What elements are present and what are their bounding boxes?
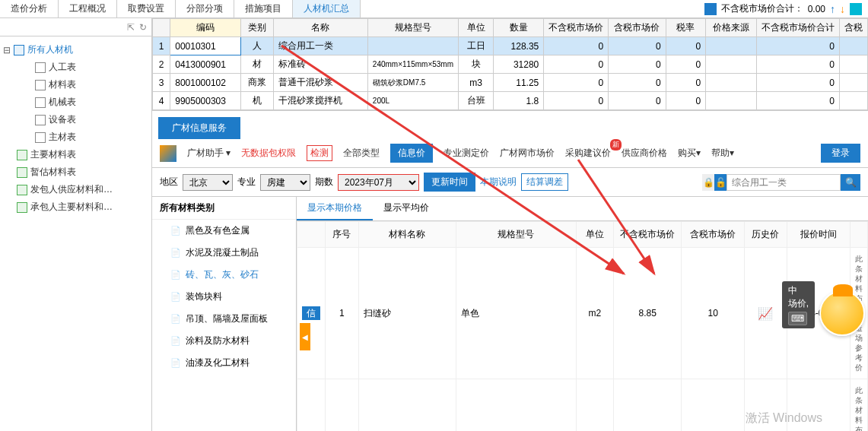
svc-market-price[interactable]: 广材网市场价: [500, 147, 555, 160]
tab-lmm-summary[interactable]: 人材机汇总: [293, 0, 361, 17]
tree-contractor-materials[interactable]: 承包人主要材料和…: [3, 198, 148, 216]
left-tree-pane: ⇱ ↻ ⊟所有人材机 人工表 材料表 机械表 设备表 主材表 主要材料表 暂估材…: [0, 18, 152, 431]
grid-row[interactable]: 38001000102商浆普通干混砂浆砌筑砂浆DM7.5m311.250000: [153, 74, 868, 92]
search-input[interactable]: [727, 174, 841, 191]
assistant-link[interactable]: 广材助手 ▾: [187, 147, 231, 160]
top-tab-bar: 造价分析 工程概况 取费设置 分部分项 措施项目 人材机汇总 不含税市场价合计：…: [0, 0, 868, 18]
tree-labor[interactable]: 人工表: [3, 59, 148, 76]
area-label: 地区: [160, 176, 178, 189]
major-select[interactable]: 房建: [260, 174, 310, 191]
service-tab[interactable]: 广材信息服务: [158, 117, 240, 139]
svc-supplier-price[interactable]: 供应商价格: [622, 147, 667, 160]
lock-toggle[interactable]: 🔒🔓: [702, 174, 727, 191]
category-header: 所有材料类别: [152, 197, 296, 220]
svc-purchase-advice[interactable]: 采购建议价新: [565, 147, 611, 160]
new-badge-icon: 新: [610, 139, 622, 151]
mascot-tooltip: 中 场价, ⌨: [782, 281, 815, 328]
tab-current-price[interactable]: 显示本期价格: [297, 197, 373, 220]
tree-toolbar: ⇱ ↻: [0, 18, 151, 36]
tree-machine[interactable]: 机械表: [3, 93, 148, 111]
category-item[interactable]: 油漆及化工材料: [152, 352, 296, 374]
grid-row[interactable]: 100010301人综合用工一类工日128.350000: [153, 37, 868, 55]
period-note-link[interactable]: 本期说明: [480, 176, 517, 189]
svc-info-price[interactable]: 信息价: [390, 144, 433, 163]
svc-all-types[interactable]: 全部类型: [343, 147, 380, 160]
period-select[interactable]: 2023年07月: [338, 174, 419, 191]
sort-up-icon[interactable]: ↑: [830, 3, 835, 15]
sort-down-icon[interactable]: ↓: [840, 3, 845, 15]
category-item[interactable]: 吊顶、隔墙及屋面板: [152, 308, 296, 330]
service-toolbar: 广材助手 ▾ 无数据包权限 检测 全部类型 信息价 专业测定价 广材网市场价 采…: [152, 139, 868, 168]
summary-label: 不含税市场价合计：: [721, 2, 803, 15]
category-pane: 所有材料类别 黑色及有色金属水泥及混凝土制品砖、瓦、灰、砂石装饰块料吊顶、隔墙及…: [152, 197, 297, 431]
refresh-icon[interactable]: ↻: [139, 22, 147, 33]
price-icon: [704, 3, 717, 15]
tab-fee-settings[interactable]: 取费设置: [117, 0, 176, 17]
tab-avg-price[interactable]: 显示平均价: [373, 197, 440, 220]
settle-adjust-button[interactable]: 结算调差: [521, 173, 568, 191]
tab-sub-items[interactable]: 分部分项: [176, 0, 234, 17]
svc-pro-price[interactable]: 专业测定价: [444, 147, 489, 160]
tab-measure-items[interactable]: 措施项目: [234, 0, 293, 17]
area-select[interactable]: 北京: [183, 174, 233, 191]
grid-header-row: 编码类别名称规格型号单位数量不含税市场价含税市场价税率价格来源不含税市场价合计含…: [153, 19, 868, 37]
keyboard-icon: ⌨: [788, 312, 807, 325]
nodata-label: 无数据包权限: [241, 147, 296, 160]
check-button[interactable]: 检测: [307, 145, 332, 161]
drag-handle[interactable]: ◀: [300, 323, 310, 350]
watermark: 激活 Windows: [746, 410, 822, 426]
tree-material[interactable]: 材料表: [3, 76, 148, 93]
update-time-button[interactable]: 更新时间: [424, 173, 475, 192]
login-button[interactable]: 登录: [821, 144, 860, 163]
search-button[interactable]: 🔍: [841, 174, 860, 191]
category-item[interactable]: 水泥及混凝土制品: [152, 242, 296, 264]
history-chart-icon[interactable]: 📈: [758, 307, 773, 320]
tree-main-material[interactable]: 主材表: [3, 128, 148, 146]
mascot-icon[interactable]: [819, 290, 865, 336]
settings-icon[interactable]: [850, 3, 862, 15]
tree-primary-materials[interactable]: 主要材料表: [3, 146, 148, 163]
tree-provisional-materials[interactable]: 暂估材料表: [3, 163, 148, 181]
tab-cost-analysis[interactable]: 造价分析: [0, 0, 59, 17]
tree-employer-materials[interactable]: 发包人供应材料和…: [3, 181, 148, 198]
filter-bar: 地区 北京 专业 房建 期数 2023年07月 更新时间 本期说明 结算调差 🔒…: [152, 168, 868, 197]
tree-equipment[interactable]: 设备表: [3, 111, 148, 128]
category-item[interactable]: 黑色及有色金属: [152, 220, 296, 242]
grid-row[interactable]: 49905000303机干混砂浆搅拌机200L台班1.80000: [153, 92, 868, 110]
svc-buy[interactable]: 购买▾: [678, 147, 701, 160]
svc-help[interactable]: 帮助▾: [711, 147, 734, 160]
guangcai-logo-icon: [160, 145, 176, 162]
summary-value: 0.00: [808, 4, 825, 14]
category-item[interactable]: 装饰块料: [152, 286, 296, 308]
display-tabs: 显示本期价格 显示平均价: [297, 197, 868, 221]
tree-root[interactable]: ⊟所有人材机: [3, 41, 148, 59]
category-item[interactable]: 涂料及防水材料: [152, 330, 296, 352]
category-item[interactable]: 砖、瓦、灰、砂石: [152, 264, 296, 286]
major-label: 专业: [237, 176, 256, 189]
service-tab-row: 广材信息服务: [152, 111, 868, 139]
collapse-icon[interactable]: ⇱: [127, 22, 135, 33]
info-tag: 信: [302, 306, 320, 320]
materials-grid: 编码类别名称规格型号单位数量不含税市场价含税市场价税率价格来源不含税市场价合计含…: [152, 18, 868, 111]
grid-row[interactable]: 20413000901材标准砖240mm×115mm×53mm块31280000…: [153, 55, 868, 74]
tab-project-overview[interactable]: 工程概况: [59, 0, 117, 17]
period-label: 期数: [315, 176, 333, 189]
